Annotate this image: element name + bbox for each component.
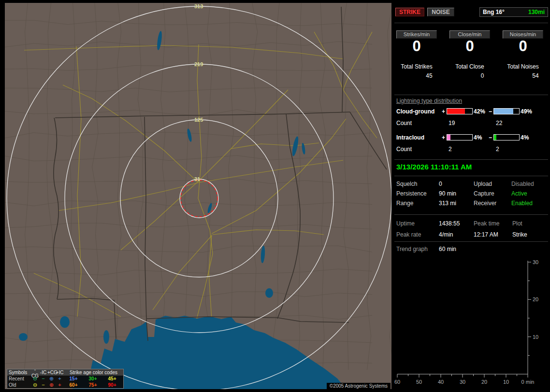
separator: [394, 176, 548, 176]
cloud-ground-row: Cloud-ground + 42% − 49%: [393, 108, 550, 115]
cloud-ground-count-row: Count 19 22: [393, 120, 550, 126]
squelch-label: Squelch: [396, 181, 417, 187]
uptime-label: Uptime: [396, 220, 415, 227]
trend-window-value: 60 min: [439, 246, 456, 252]
strike-symbol-icon: −: [39, 382, 47, 388]
current-datetime: 3/13/2026 11:10:11 AM: [396, 163, 472, 171]
close-per-min-value: 0: [445, 38, 495, 55]
cg-negative-fill: [494, 109, 513, 114]
tick-label: 40: [432, 379, 449, 385]
capture-status: Active: [511, 190, 527, 197]
receiver-label: Receiver: [474, 200, 496, 207]
total-noises-value: 54: [498, 72, 548, 79]
legend-symbols-header: Symbols: [7, 370, 31, 375]
cg-positive-fill: [447, 109, 465, 114]
trend-axes: [393, 258, 550, 385]
separator: [394, 95, 548, 95]
tick-label: 50: [410, 379, 428, 385]
strike-age-code: 45+: [102, 376, 122, 381]
stats-row: Uptime 1438:55 Peak time Plot: [393, 220, 550, 228]
legend-row: Old⊖−⊕+60+75+90+: [7, 382, 123, 388]
tick-label: 20: [533, 296, 538, 302]
distribution-title: Lightning type distribution: [396, 98, 462, 104]
counter-strikes: Strikes/min 0 Total Strikes 45: [391, 0, 442, 82]
strike-age-code: 30+: [83, 376, 102, 381]
app-window: 31321912531 Symbols -CG -IC +CG +IC Stri…: [0, 0, 550, 392]
svg-text:31: 31: [194, 176, 200, 182]
count-label: Count: [396, 120, 412, 126]
strike-symbol-icon: +: [56, 376, 64, 382]
total-close-label: Total Close: [445, 63, 495, 70]
stats-row: Peak rate 4/min 12:17 AM Strike: [393, 231, 550, 239]
plot-label: Plot: [512, 220, 522, 227]
total-noises-label: Total Noises: [498, 63, 548, 70]
status-panel: STRIKE NOISE Bng 16° 130mi Strikes/min 0…: [393, 0, 550, 392]
ic-negative-count: 2: [496, 146, 499, 153]
minus-sign: −: [489, 108, 492, 115]
strike-symbol-icon: ⊖: [31, 382, 39, 388]
cg-positive-count: 19: [449, 120, 455, 126]
receiver-status: Enabled: [511, 200, 533, 207]
lightning-map[interactable]: 31321912531 Symbols -CG -IC +CG +IC Stri…: [5, 3, 391, 389]
strike-symbol-icon: ⊕: [47, 376, 56, 382]
capture-label: Capture: [474, 190, 494, 197]
tick-label: 60: [389, 379, 406, 385]
plus-sign: +: [442, 134, 445, 141]
squelch-value: 0: [439, 181, 442, 187]
legend-col-pos-cg: +CG: [47, 369, 56, 376]
svg-text:219: 219: [194, 61, 203, 67]
upload-status: Disabled: [511, 181, 534, 187]
strike-symbol-icon: ⊖: [31, 376, 39, 382]
ic-positive-fill: [447, 135, 450, 140]
cg-negative-pct: 49%: [521, 108, 532, 115]
strike-age-code: 15+: [64, 376, 83, 381]
map-svg[interactable]: 31321912531: [5, 3, 391, 389]
tick-label: 30: [533, 259, 538, 265]
peak-rate-value: 4/min: [439, 231, 453, 238]
cg-positive-bar: [447, 108, 473, 114]
persistence-value: 90 min: [439, 190, 456, 197]
range-label: Range: [396, 200, 413, 207]
noises-per-min-value: 0: [498, 38, 548, 55]
ic-negative-pct: 4%: [521, 134, 529, 141]
count-label: Count: [396, 146, 412, 153]
ic-negative-bar: [493, 134, 520, 140]
copyright-text: ©2005 Astrogenic Systems: [327, 383, 391, 389]
map-legend: Symbols -CG -IC +CG +IC Strike age color…: [7, 369, 124, 389]
strike-symbol-icon: ⊕: [47, 382, 56, 388]
ic-negative-fill: [494, 135, 496, 140]
legend-col-pos-ic: +IC: [56, 369, 64, 376]
separator: [394, 214, 548, 215]
tick-label: 10: [533, 334, 538, 340]
total-strikes-label: Total Strikes: [391, 63, 442, 70]
plus-sign: +: [442, 108, 445, 115]
tick-label: 30: [454, 379, 471, 385]
total-close-value: 0: [445, 72, 495, 79]
intracloud-count-row: Count 2 2: [393, 146, 550, 153]
strike-age-code: 60+: [64, 382, 83, 388]
legend-age-header: Strike age color codes: [64, 370, 123, 375]
peak-rate-label: Peak rate: [396, 231, 421, 238]
legend-row: Recent⊖−⊕+15+30+45+: [7, 376, 123, 382]
legend-header: Symbols -CG -IC +CG +IC Strike age color…: [7, 369, 123, 376]
legend-body: Recent⊖−⊕+15+30+45+Old⊖−⊕+60+75+90+: [7, 376, 123, 388]
plot-value: Strike: [512, 231, 527, 238]
strike-symbol-icon: +: [56, 382, 64, 388]
ic-positive-pct: 4%: [474, 134, 482, 141]
separator: [394, 241, 548, 242]
cg-positive-pct: 42%: [474, 108, 485, 115]
counter-noises: Noises/min 0 Total Noises 54: [498, 0, 548, 82]
minus-sign: −: [489, 134, 492, 141]
cg-negative-bar: [493, 108, 520, 114]
legend-row-label: Old: [7, 382, 31, 388]
cloud-ground-label: Cloud-ground: [396, 108, 434, 115]
trend-header-row: Trend graph 60 min: [393, 246, 550, 253]
counter-close: Close/min 0 Total Close 0: [445, 0, 495, 82]
upload-label: Upload: [474, 181, 492, 187]
ic-positive-bar: [447, 134, 473, 140]
persistence-label: Persistence: [396, 190, 427, 197]
intracloud-label: Intracloud: [396, 134, 424, 141]
legend-row-label: Recent: [7, 376, 31, 381]
cg-negative-count: 22: [496, 120, 502, 126]
strike-age-code: 75+: [83, 382, 102, 388]
